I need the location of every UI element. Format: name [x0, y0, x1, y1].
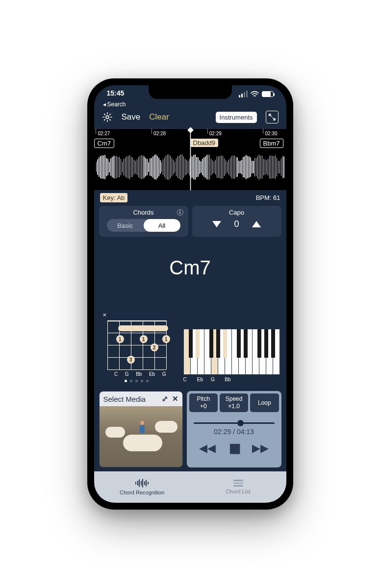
pause-icon[interactable]: ▮▮ [229, 441, 239, 456]
chords-segmented[interactable]: Basic All [107, 219, 180, 232]
guitar-diagram[interactable]: × 1 1 1 2 3 CGBbEbG [100, 311, 174, 382]
fret-dot: 1 [162, 335, 170, 343]
back-label: Search [107, 101, 126, 108]
save-button[interactable]: Save [122, 112, 141, 122]
notch [149, 85, 232, 99]
piano-diagram[interactable]: CEbGBb [183, 329, 280, 382]
tab-label: Chord List [226, 489, 250, 494]
svg-point-0 [106, 116, 109, 119]
back-to-search[interactable]: Search [103, 101, 126, 108]
phone-frame: 15:45 Search Save Clear Instruments 02:2… [87, 78, 293, 510]
progress-knob[interactable] [237, 420, 244, 426]
media-thumbnail[interactable] [100, 406, 182, 467]
close-media-icon[interactable]: ✕ [172, 394, 178, 403]
skip-back-icon[interactable]: ◀◀ [199, 442, 216, 455]
fret-dot: 1 [116, 335, 124, 343]
list-icon [233, 480, 243, 487]
timeline-tick: 02:27 [96, 131, 110, 136]
bottom-panel: Select Media ⤢ ✕ Pitch+0 Speed×1.0 Loop … [99, 391, 281, 467]
capo-down-icon[interactable] [212, 221, 221, 227]
barre [118, 325, 168, 331]
screen: 15:45 Search Save Clear Instruments 02:2… [94, 85, 286, 503]
tab-label: Chord Recognition [120, 490, 164, 495]
info-icon[interactable]: i [177, 209, 183, 216]
seg-all[interactable]: All [144, 219, 180, 232]
home-indicator[interactable] [158, 505, 222, 507]
fret-dot: 3 [127, 356, 135, 364]
clear-button[interactable]: Clear [149, 112, 169, 122]
capo-title: Capo [196, 209, 278, 216]
timeline-tick: 02:28 [152, 131, 166, 136]
bpm-label: BPM: 61 [256, 194, 280, 201]
capo-value: 0 [234, 219, 239, 229]
player-panel: Pitch+0 Speed×1.0 Loop 02:29 / 04:13 ◀◀ … [187, 391, 281, 467]
timeline-chord-pill[interactable]: Dbadd9 [190, 139, 219, 147]
select-media-button[interactable]: Select Media [103, 395, 146, 403]
timeline-tick: 02:30 [263, 131, 277, 136]
timeline[interactable]: 02:2702:2802:2902:30 Cm7Dbadd9Bbm7 Key: … [94, 128, 286, 190]
options-row: Chordsi Basic All Capo 0 [99, 206, 281, 237]
seg-basic[interactable]: Basic [107, 219, 144, 232]
gear-icon[interactable] [102, 112, 113, 122]
guitar-note-labels: CGBbEbG [107, 371, 166, 377]
tab-chord-list[interactable]: Chord List [190, 471, 286, 503]
speed-button[interactable]: Speed×1.0 [220, 393, 248, 412]
skip-forward-icon[interactable]: ▶▶ [252, 442, 269, 455]
chords-card: Chordsi Basic All [99, 206, 188, 237]
instruments-button[interactable]: Instruments [216, 112, 257, 123]
signal-icon [239, 91, 248, 98]
playhead[interactable] [190, 129, 191, 190]
timeline-chord-pill[interactable]: Cm7 [94, 139, 114, 148]
media-panel: Select Media ⤢ ✕ [99, 391, 183, 467]
progress-track[interactable] [194, 422, 275, 424]
tab-bar: Chord Recognition Chord List [94, 471, 286, 503]
status-time: 15:45 [107, 89, 125, 99]
capo-up-icon[interactable] [252, 221, 261, 227]
time-display: 02:29 / 04:13 [187, 428, 281, 436]
toolbar: Save Clear Instruments [94, 111, 286, 123]
mute-string-icon: × [103, 311, 174, 318]
expand-media-icon[interactable]: ⤢ [162, 394, 168, 403]
key-pill[interactable]: Key: Ab [100, 193, 128, 202]
timeline-tick: 02:29 [207, 131, 222, 136]
pitch-button[interactable]: Pitch+0 [189, 393, 218, 412]
loop-button[interactable]: Loop [250, 393, 279, 412]
expand-icon[interactable] [266, 111, 279, 123]
wifi-icon [251, 91, 259, 98]
current-chord-name: Cm7 [94, 257, 286, 279]
battery-icon [262, 91, 274, 97]
piano-note-labels: CEbGBb [183, 377, 280, 382]
fret-dot: 2 [151, 343, 158, 351]
tab-chord-recognition[interactable]: Chord Recognition [94, 471, 190, 503]
timeline-chord-pill[interactable]: Bbm7 [260, 139, 283, 148]
pager-dots[interactable] [100, 380, 174, 382]
capo-card: Capo 0 [192, 206, 281, 237]
fret-dot: 1 [140, 335, 148, 343]
chord-display: Cm7 × 1 1 1 2 3 CGBbEbG [94, 241, 286, 389]
waveform-icon [135, 479, 149, 488]
chords-title: Chords [133, 209, 154, 216]
